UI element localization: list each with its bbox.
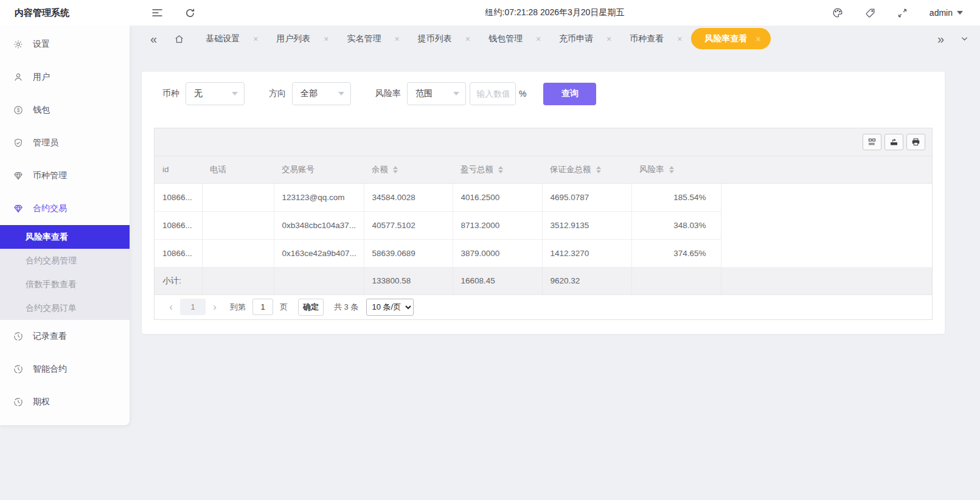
currency-select-value: 无 xyxy=(194,88,203,99)
cell-risk: 185.54% xyxy=(631,183,721,211)
export-button[interactable] xyxy=(884,134,903,150)
tab-wallet-management[interactable]: 钱包管理 × xyxy=(479,26,550,52)
table-toolbar xyxy=(155,128,932,156)
prev-page-icon[interactable]: ‹ xyxy=(165,302,176,312)
search-button[interactable]: 查询 xyxy=(543,83,596,105)
page-number-button[interactable]: 1 xyxy=(180,299,206,315)
close-icon[interactable]: × xyxy=(395,35,400,43)
sort-icon[interactable] xyxy=(393,166,398,173)
risk-filter-label: 风险率 xyxy=(375,88,401,99)
col-header-balance: 余额 xyxy=(364,156,453,183)
sidebar-item-contract-trading[interactable]: 合约交易 xyxy=(0,192,130,225)
direction-filter-label: 方向 xyxy=(269,88,286,99)
submenu-item-contract-trade-orders[interactable]: 合约交易订单 xyxy=(0,296,130,320)
subtotal-label: 小计: xyxy=(155,267,202,294)
tab-deposit-request[interactable]: 充币申请 × xyxy=(550,26,620,52)
close-icon[interactable]: × xyxy=(756,35,760,43)
tabs-scroll-right-icon[interactable]: » xyxy=(937,33,944,45)
tab-coin-view[interactable]: 币种查看 × xyxy=(620,26,691,52)
close-icon[interactable]: × xyxy=(253,35,258,43)
cell-phone xyxy=(202,239,274,267)
tabs-menu-chevron-down-icon[interactable] xyxy=(960,34,969,43)
collapse-sidebar-icon[interactable] xyxy=(151,8,163,18)
submenu-item-label: 合约交易管理 xyxy=(26,255,77,266)
next-page-icon[interactable]: › xyxy=(209,302,220,312)
close-icon[interactable]: × xyxy=(324,35,328,43)
direction-select[interactable]: 全部 xyxy=(292,82,351,105)
chevron-down-icon xyxy=(957,11,963,15)
cell-account: 0xb348cbc104a37... xyxy=(274,211,364,239)
close-icon[interactable]: × xyxy=(606,35,611,43)
sidebar-item-options[interactable]: 期权 xyxy=(0,386,130,418)
sort-icon[interactable] xyxy=(498,166,503,173)
confirm-page-button[interactable]: 确定 xyxy=(298,299,324,316)
submenu-item-multiplier-lots-view[interactable]: 倍数手数查看 xyxy=(0,273,130,296)
cell-empty xyxy=(721,183,932,211)
sort-icon[interactable] xyxy=(669,166,674,173)
cell-balance: 58639.0689 xyxy=(364,239,453,267)
currency-filter-label: 币种 xyxy=(162,88,179,99)
tab-bar: « 基础设置 × 用户列表 × 实名管理 × 提币列表 × 钱包管理 × 充币申… xyxy=(130,26,980,52)
tab-user-list[interactable]: 用户列表 × xyxy=(267,26,338,52)
subtotal-balance: 133800.58 xyxy=(364,267,453,294)
submenu-item-label: 倍数手数查看 xyxy=(26,279,77,290)
cell-profit: 3879.0000 xyxy=(453,239,542,267)
risk-mode-select-value: 范围 xyxy=(415,88,433,99)
dollar-circle-icon: $ xyxy=(13,105,23,115)
export-icon xyxy=(889,137,898,147)
sidebar-item-smart-contract[interactable]: 智能合约 xyxy=(0,353,130,386)
submenu-item-risk-rate-view[interactable]: 风险率查看 xyxy=(0,225,130,249)
submenu-item-label: 合约交易订单 xyxy=(26,303,77,314)
tab-basic-settings[interactable]: 基础设置 × xyxy=(196,26,267,52)
tag-icon[interactable] xyxy=(865,8,875,18)
sidebar-item-label: 期权 xyxy=(33,397,50,408)
submenu-item-contract-trade-management[interactable]: 合约交易管理 xyxy=(0,249,130,273)
sidebar-item-wallet[interactable]: $ 钱包 xyxy=(0,94,130,127)
tab-label: 基础设置 xyxy=(206,33,240,44)
fullscreen-icon[interactable] xyxy=(897,8,908,18)
direction-select-value: 全部 xyxy=(301,88,318,99)
close-icon[interactable]: × xyxy=(677,35,682,43)
theme-palette-icon[interactable] xyxy=(832,7,843,18)
tab-risk-rate-view-active[interactable]: 风险率查看 × xyxy=(691,28,770,49)
goto-page-input[interactable] xyxy=(252,299,273,315)
sidebar-item-admins[interactable]: 管理员 xyxy=(0,127,130,159)
cell-empty xyxy=(721,211,932,239)
cell-risk: 348.03% xyxy=(631,211,721,239)
cell-account: 0x163ce42a9b407... xyxy=(274,239,364,267)
subtotal-margin: 9620.32 xyxy=(542,267,631,294)
sidebar-item-label: 币种管理 xyxy=(33,170,67,181)
close-icon[interactable]: × xyxy=(536,35,541,43)
sort-icon[interactable] xyxy=(596,166,601,173)
chevron-down-icon xyxy=(338,92,344,95)
sidebar-item-users[interactable]: 用户 xyxy=(0,61,130,94)
tab-label: 提币列表 xyxy=(418,33,452,44)
cell-id: 10866... xyxy=(155,239,202,267)
sidebar-item-records-view[interactable]: 记录查看 xyxy=(0,320,130,353)
world-clock: 纽约:07:21:28 2026年3月20日星期五 xyxy=(485,7,625,18)
refresh-icon[interactable] xyxy=(185,8,195,18)
print-button[interactable] xyxy=(906,134,925,150)
cell-balance: 34584.0028 xyxy=(364,183,453,211)
tabs-scroll-left-icon[interactable]: « xyxy=(150,33,157,45)
page-size-select[interactable]: 10 条/页 xyxy=(366,299,414,316)
close-icon[interactable]: × xyxy=(465,35,470,43)
sidebar-item-settings[interactable]: 设置 xyxy=(0,28,130,61)
cell-phone xyxy=(202,211,274,239)
cell-profit: 4016.2500 xyxy=(453,183,542,211)
sidebar-item-label: 管理员 xyxy=(33,137,58,148)
tab-withdraw-list[interactable]: 提币列表 × xyxy=(409,26,479,52)
shield-check-icon xyxy=(13,138,23,148)
chevron-down-icon xyxy=(453,92,459,95)
user-icon xyxy=(13,72,23,82)
currency-select[interactable]: 无 xyxy=(186,82,245,105)
risk-value-input[interactable] xyxy=(470,82,516,105)
user-menu[interactable]: admin xyxy=(930,8,963,18)
risk-mode-select[interactable]: 范围 xyxy=(407,82,466,105)
cell-id: 10866... xyxy=(155,183,202,211)
sidebar-item-coin-management[interactable]: 币种管理 xyxy=(0,159,130,192)
home-icon[interactable] xyxy=(174,34,184,44)
clock-icon xyxy=(13,332,23,341)
tab-real-name-management[interactable]: 实名管理 × xyxy=(338,26,409,52)
choose-columns-button[interactable] xyxy=(863,134,881,150)
